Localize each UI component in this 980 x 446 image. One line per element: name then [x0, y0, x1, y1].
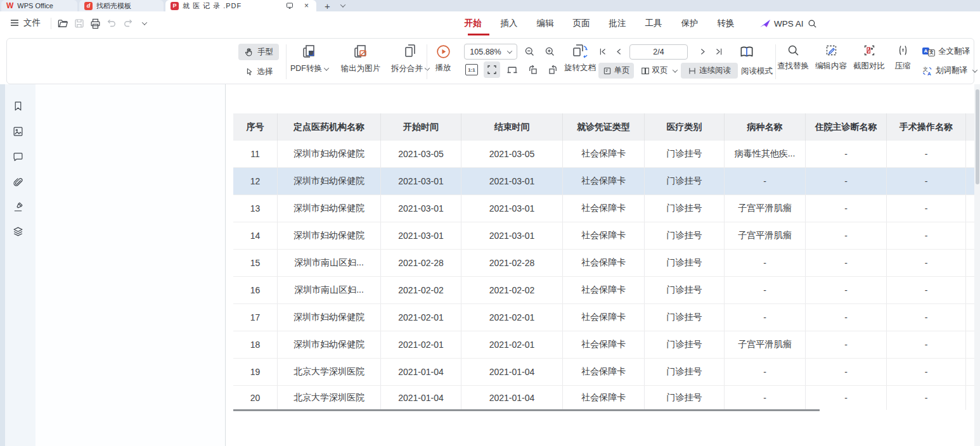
table-cell: 深圳市南山区妇...: [278, 277, 381, 303]
layers-panel-button[interactable]: [11, 225, 24, 238]
table-cell: -: [806, 195, 887, 222]
table-cell: 北京大学深圳医院: [278, 386, 381, 410]
first-page-button[interactable]: [595, 44, 609, 58]
column-header: 病种名称: [725, 113, 806, 141]
menu-item-page[interactable]: 页面: [572, 18, 590, 29]
play-icon: [435, 44, 451, 60]
tab-wps-home[interactable]: W WPS Office: [1, 0, 77, 11]
tab-document[interactable]: P 就 医 记 录 .PDF ×: [165, 0, 316, 11]
reading-mode-label: 阅读模式: [741, 67, 773, 75]
compress-icon: [896, 44, 910, 57]
document-page: 序号定点医药机构名称开始时间结束时间就诊凭证类型医疗类别病种名称住院主诊断名称手…: [226, 84, 974, 446]
table-cell: -: [806, 386, 887, 410]
image-icon: [13, 126, 23, 137]
export-image-label: 输出为图片: [341, 63, 381, 74]
last-page-icon: [714, 47, 724, 56]
column-header: 结束时间: [461, 113, 563, 141]
table-body: 11深圳市妇幼保健院2021-03-052021-03-05社会保障卡门诊挂号病…: [233, 141, 974, 410]
zoom-level-select[interactable]: 105.88%: [464, 44, 517, 60]
table-cell: 子宫平滑肌瘤: [725, 331, 806, 358]
table-row: 19北京大学深圳医院2021-01-042021-01-04社会保障卡门诊挂号-…: [233, 359, 974, 386]
table-cell: 北京大学深圳医院: [278, 359, 381, 385]
tab-bar: W WPS Office d 找稻壳模板 P 就 医 记 录 .PDF × +: [0, 0, 980, 11]
menu-item-protect[interactable]: 保护: [681, 18, 699, 29]
full-text-translate-button[interactable]: A 文 全文翻译: [922, 46, 970, 57]
open-file-button[interactable]: [56, 16, 70, 30]
redo-button[interactable]: [121, 16, 135, 30]
comments-panel-button[interactable]: [11, 150, 24, 163]
table-cell: -: [725, 250, 806, 276]
table-cell: 2021-03-01: [461, 195, 563, 222]
table-cell: 2021-03-01: [381, 195, 461, 222]
vertical-scrollbar[interactable]: [974, 84, 980, 446]
menu-item-insert[interactable]: 插入: [500, 18, 518, 29]
wps-ai-button[interactable]: WPS AI: [759, 11, 804, 35]
menu-item-convert[interactable]: 转换: [717, 18, 735, 29]
thumbnails-panel-button[interactable]: [11, 125, 24, 137]
reading-mode-button[interactable]: 阅读模式: [741, 66, 773, 77]
select-tool-button[interactable]: 选择: [238, 64, 279, 79]
fit-width-button[interactable]: [484, 61, 500, 78]
close-tab-icon[interactable]: ×: [304, 1, 309, 10]
attachments-panel-button[interactable]: [11, 175, 24, 188]
edit-content-button[interactable]: 编辑内容: [811, 44, 851, 72]
table-cell: -: [806, 250, 887, 276]
table-cell: 17: [233, 304, 278, 331]
table-cell: 社会保障卡: [563, 359, 645, 385]
compress-button[interactable]: 压缩: [889, 44, 916, 72]
actual-size-button[interactable]: 1:1: [465, 63, 479, 77]
table-cell: [966, 386, 974, 410]
signature-panel-button[interactable]: [11, 200, 24, 213]
table-cell: 2021-01-04: [381, 359, 461, 385]
column-header: 就诊凭证类型: [563, 113, 645, 141]
last-page-button[interactable]: [712, 44, 726, 58]
export-image-button[interactable]: 输出为图片: [333, 43, 389, 74]
fit-page-button[interactable]: [505, 63, 519, 77]
undo-button[interactable]: [105, 16, 119, 30]
file-menu-button[interactable]: 文件: [10, 17, 41, 29]
scrollbar-thumb[interactable]: [976, 89, 979, 184]
previous-page-button[interactable]: [612, 44, 626, 58]
save-button[interactable]: [72, 16, 86, 30]
table-cell: 2021-02-28: [461, 250, 563, 276]
pdf-convert-button[interactable]: W PDF转换: [283, 43, 335, 74]
word-translate-button[interactable]: 文 A 划词翻译: [922, 65, 977, 76]
menu-item-edit[interactable]: 编辑: [536, 18, 554, 29]
double-page-button[interactable]: 双页: [638, 63, 680, 79]
double-page-label: 双页: [652, 65, 668, 76]
comment-icon: [13, 151, 23, 162]
reading-mode-book-icon[interactable]: [737, 42, 756, 61]
menu-item-home[interactable]: 开始: [464, 18, 482, 29]
zoom-out-button[interactable]: [522, 44, 536, 58]
rotate-right-button[interactable]: [546, 63, 560, 77]
hand-tool-button[interactable]: 手型: [238, 44, 279, 60]
table-cell: -: [806, 359, 887, 385]
bookmarks-panel-button[interactable]: [11, 99, 24, 112]
table-bottom-border: [233, 409, 820, 411]
menu-search-button[interactable]: [805, 16, 819, 30]
menu-item-tools[interactable]: 工具: [645, 18, 662, 29]
continuous-reading-button[interactable]: 连续阅读: [681, 63, 738, 79]
next-page-button[interactable]: [695, 44, 709, 58]
print-button[interactable]: [88, 16, 102, 30]
single-page-button[interactable]: 单页: [598, 63, 634, 79]
hand-icon: [244, 47, 254, 57]
find-replace-button[interactable]: 查找替换: [773, 44, 813, 72]
page-number-input[interactable]: 2/4: [629, 44, 688, 60]
toolbar: 手型 选择 W PDF转换 输出为图片 拆分: [6, 38, 974, 84]
zoom-in-button[interactable]: [543, 44, 557, 58]
table-cell: 门诊挂号: [645, 331, 725, 358]
monitor-icon[interactable]: [286, 2, 293, 10]
table-cell: -: [806, 304, 887, 331]
screenshot-compare-button[interactable]: 截图对比: [849, 44, 889, 72]
rotate-left-button[interactable]: [525, 63, 539, 77]
docer-icon: d: [84, 2, 93, 10]
redo-icon: [122, 18, 134, 29]
quick-access-chevron-icon[interactable]: [136, 16, 150, 30]
tab-docer[interactable]: d 找稻壳模板: [79, 0, 164, 11]
new-tab-button[interactable]: +: [325, 0, 330, 11]
table-cell: 社会保障卡: [563, 386, 645, 410]
menu-item-comment[interactable]: 批注: [609, 18, 626, 29]
play-button[interactable]: 播放: [428, 44, 458, 73]
tab-list-chevron-icon[interactable]: [338, 0, 345, 11]
